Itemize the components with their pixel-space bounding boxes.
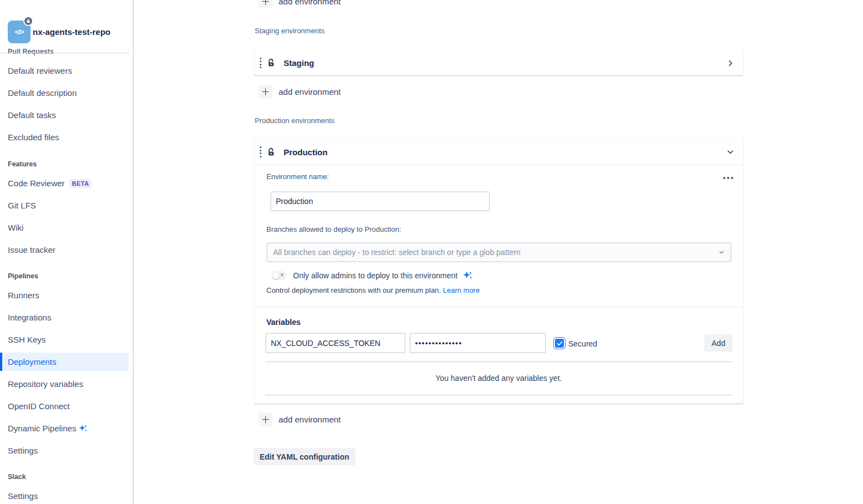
beta-badge: BETA bbox=[69, 179, 92, 188]
variable-name-input[interactable] bbox=[265, 333, 406, 353]
sidebar-item-slack-settings[interactable]: Settings bbox=[8, 491, 38, 501]
add-environment-button-staging[interactable]: add environment bbox=[259, 85, 341, 99]
plus-icon bbox=[259, 85, 272, 99]
deployments-settings-page: </> nx-agents-test-repo Pull Requests De… bbox=[0, 0, 863, 504]
environment-name-label: Environment name: bbox=[266, 172, 329, 181]
nav-heading-slack: Slack bbox=[8, 473, 26, 481]
lock-icon bbox=[26, 19, 31, 23]
code-icon: </> bbox=[15, 28, 24, 36]
variables-divider bbox=[265, 362, 733, 362]
branches-select-placeholder: All branches can deploy - to restrict: s… bbox=[273, 248, 521, 257]
nav-heading-features: Features bbox=[8, 160, 37, 168]
repo-name: nx-agents-test-repo bbox=[33, 27, 110, 37]
sidebar-item-label: Code Reviewer bbox=[8, 179, 65, 188]
chevron-down-icon bbox=[726, 148, 734, 156]
private-repo-badge bbox=[23, 16, 33, 26]
drag-handle-icon[interactable] bbox=[254, 146, 261, 157]
variables-empty-message: You haven't added any variables yet. bbox=[254, 374, 743, 383]
sidebar-item-code-reviewer[interactable]: Code Reviewer BETA bbox=[8, 179, 92, 188]
variables-divider bbox=[265, 395, 733, 395]
sidebar-item-excluded-files[interactable]: Excluded files bbox=[8, 133, 59, 142]
unlock-icon bbox=[266, 147, 276, 157]
toggle-knob bbox=[272, 272, 279, 279]
unlock-icon bbox=[266, 58, 276, 68]
premium-plan-text: Control deployment restrictions with our… bbox=[266, 286, 480, 294]
add-environment-button-top[interactable]: add environment bbox=[259, 0, 341, 8]
add-environment-label: add environment bbox=[279, 87, 341, 96]
secured-label: Secured bbox=[568, 339, 597, 348]
sidebar-item-ssh-keys[interactable]: SSH Keys bbox=[8, 335, 46, 344]
plus-icon bbox=[259, 0, 272, 8]
check-icon bbox=[557, 340, 563, 347]
environment-name-input[interactable] bbox=[270, 191, 490, 211]
variable-value-input[interactable] bbox=[410, 333, 546, 353]
sidebar-item-issue-tracker[interactable]: Issue tracker bbox=[8, 245, 55, 254]
add-environment-label: add environment bbox=[279, 415, 341, 424]
sidebar-item-openid-connect[interactable]: OpenID Connect bbox=[8, 401, 70, 411]
sidebar: </> nx-agents-test-repo Pull Requests De… bbox=[0, 0, 133, 504]
sidebar-item-default-description[interactable]: Default description bbox=[8, 88, 77, 98]
edit-yaml-configuration-button[interactable]: Edit YAML configuration bbox=[254, 448, 355, 465]
sidebar-item-integrations[interactable]: Integrations bbox=[8, 313, 51, 322]
admins-only-toggle-row: ✕ Only allow admins to deploy to this en… bbox=[271, 270, 473, 281]
admins-only-toggle-label: Only allow admins to deploy to this envi… bbox=[293, 271, 457, 280]
sidebar-item-dynamic-pipelines[interactable]: Dynamic Pipelines bbox=[8, 424, 88, 433]
sidebar-item-default-tasks[interactable]: Default tasks bbox=[8, 110, 56, 120]
add-environment-button-production[interactable]: add environment bbox=[259, 413, 341, 426]
admins-only-toggle[interactable]: ✕ bbox=[271, 271, 286, 280]
sparkle-icon bbox=[462, 270, 473, 281]
production-environment-card: Production Environment name: Branches al… bbox=[254, 139, 743, 404]
sidebar-item-label: Dynamic Pipelines bbox=[8, 424, 76, 433]
plus-icon bbox=[259, 413, 272, 426]
nav-heading-pipelines: Pipelines bbox=[8, 272, 38, 280]
drag-handle-icon[interactable] bbox=[254, 58, 261, 69]
add-variable-button[interactable]: Add bbox=[704, 334, 733, 352]
sidebar-item-git-lfs[interactable]: Git LFS bbox=[8, 201, 36, 210]
learn-more-link[interactable]: Learn more bbox=[443, 286, 480, 294]
variables-heading: Variables bbox=[266, 318, 301, 327]
sidebar-item-default-reviewers[interactable]: Default reviewers bbox=[8, 66, 72, 75]
staging-environment-header[interactable]: Staging bbox=[254, 50, 743, 76]
branches-select[interactable]: All branches can deploy - to restrict: s… bbox=[266, 242, 731, 262]
sidebar-right-border bbox=[133, 0, 134, 504]
sidebar-item-deployments[interactable]: Deployments bbox=[0, 353, 128, 371]
production-section-label: Production environments bbox=[255, 116, 335, 125]
sidebar-item-runners[interactable]: Runners bbox=[8, 291, 39, 300]
sidebar-item-repository-variables[interactable]: Repository variables bbox=[8, 379, 83, 389]
sidebar-divider bbox=[0, 53, 129, 53]
chevron-down-icon bbox=[718, 249, 725, 256]
staging-environment-card: Staging bbox=[254, 50, 743, 75]
sparkle-icon bbox=[78, 424, 88, 433]
x-mark-icon: ✕ bbox=[280, 273, 284, 278]
sidebar-item-pipelines-settings[interactable]: Settings bbox=[8, 446, 38, 455]
sidebar-item-wiki[interactable]: Wiki bbox=[8, 223, 23, 232]
chevron-right-icon bbox=[726, 59, 734, 67]
sidebar-item-label: Deployments bbox=[8, 357, 57, 366]
production-environment-header[interactable]: Production bbox=[254, 139, 743, 165]
environment-name: Production bbox=[284, 147, 327, 157]
section-divider bbox=[254, 307, 743, 307]
branches-label: Branches allowed to deploy to Production… bbox=[266, 225, 401, 233]
more-options-button[interactable] bbox=[721, 175, 735, 181]
secured-checkbox[interactable] bbox=[555, 339, 564, 348]
staging-section-label: Staging environments bbox=[255, 27, 325, 35]
nav-heading-pull-requests: Pull Requests bbox=[8, 48, 54, 55]
environment-name: Staging bbox=[284, 58, 314, 68]
add-environment-label: add environment bbox=[279, 0, 341, 6]
